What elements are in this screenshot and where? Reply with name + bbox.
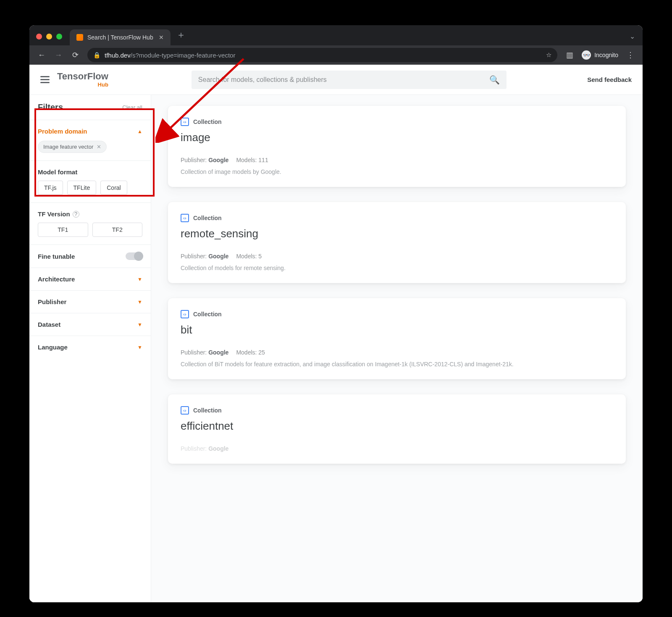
search-box[interactable]: 🔍 (192, 71, 507, 89)
filter-label: Publisher (38, 298, 66, 305)
card-publisher: Google (208, 445, 228, 452)
chevron-down-icon: ▼ (137, 276, 142, 282)
collection-icon: ‹› (181, 118, 189, 126)
collection-icon: ‹› (181, 214, 189, 222)
card-description: Collection of image models by Google. (181, 168, 613, 175)
card-title: image (181, 131, 613, 144)
incognito-indicator: 👓 Incognito (579, 50, 621, 60)
card-publisher: Google (208, 349, 228, 356)
chevron-down-icon: ▼ (137, 299, 142, 305)
tab-title: Search | TensorFlow Hub (87, 34, 153, 41)
url-path: /s?module-type=image-feature-vector (131, 52, 236, 59)
result-card[interactable]: ‹› Collection image Publisher: Google Mo… (168, 106, 626, 187)
filter-fine-tunable: Fine tunable (29, 245, 151, 268)
result-card[interactable]: ‹› Collection remote_sensing Publisher: … (168, 202, 626, 283)
filter-label: Language (38, 344, 68, 351)
filter-publisher[interactable]: Publisher ▼ (29, 291, 151, 313)
card-model-count: 111 (258, 157, 268, 163)
page-body: Filters Clear all Problem domain ▲ Image… (29, 95, 643, 602)
card-publisher: Google (208, 253, 228, 260)
filter-label: Dataset (38, 321, 60, 328)
collection-icon: ‹› (181, 310, 189, 318)
page-header: TensorFlow Hub 🔍 Send feedback (29, 65, 643, 95)
card-tag: Collection (193, 311, 222, 318)
search-icon[interactable]: 🔍 (489, 75, 500, 85)
filter-label: Problem domain (38, 128, 87, 135)
chip-remove-icon[interactable]: ✕ (97, 144, 101, 150)
chevron-down-icon: ▼ (137, 322, 142, 328)
chevron-up-icon: ▲ (137, 129, 142, 134)
tf1-button[interactable]: TF1 (38, 223, 88, 237)
chip-label: Image feature vector (43, 144, 93, 150)
filter-problem-domain[interactable]: Problem domain ▲ Image feature vector ✕ (29, 120, 151, 161)
lock-icon: 🔒 (93, 52, 100, 58)
logo[interactable]: TensorFlow Hub (57, 72, 108, 87)
card-title: efficientnet (181, 420, 613, 433)
filter-label: Fine tunable (38, 253, 75, 260)
filter-label: TF Version (38, 210, 70, 218)
card-publisher: Google (208, 157, 228, 163)
tab-favicon-icon (76, 34, 83, 41)
help-icon[interactable]: ? (73, 211, 79, 218)
tabs-menu-icon[interactable]: ⌄ (625, 32, 639, 45)
new-tab-button[interactable]: ＋ (171, 29, 192, 45)
filter-architecture[interactable]: Architecture ▼ (29, 268, 151, 291)
browser-toolbar: ← → ⟳ 🔒 tfhub.dev/s?module-type=image-fe… (29, 45, 643, 65)
card-tag: Collection (193, 118, 222, 125)
incognito-label: Incognito (594, 52, 618, 58)
format-tfjs-button[interactable]: TF.js (38, 181, 63, 195)
filters-title: Filters (38, 102, 63, 112)
window-zoom-icon[interactable] (56, 34, 62, 39)
result-card[interactable]: ‹› Collection bit Publisher: Google Mode… (168, 298, 626, 379)
results-list: ‹› Collection image Publisher: Google Mo… (151, 95, 643, 602)
bookmark-icon[interactable]: ☆ (546, 51, 551, 59)
tab-close-icon[interactable]: ✕ (159, 34, 164, 41)
page: TensorFlow Hub 🔍 Send feedback Filters C… (29, 65, 643, 602)
card-model-count: 25 (258, 349, 265, 356)
filter-dataset[interactable]: Dataset ▼ (29, 313, 151, 336)
chevron-down-icon: ▼ (137, 344, 142, 350)
url-domain: tfhub.dev (105, 52, 131, 59)
filter-label: Architecture (38, 276, 75, 283)
tf2-button[interactable]: TF2 (92, 223, 143, 237)
hamburger-menu-button[interactable] (40, 76, 50, 83)
search-input[interactable] (198, 76, 489, 84)
address-bar[interactable]: 🔒 tfhub.dev/s?module-type=image-feature-… (87, 48, 557, 62)
send-feedback-link[interactable]: Send feedback (587, 76, 632, 83)
collection-icon: ‹› (181, 406, 189, 415)
filter-tf-version: TF Version ? TF1 TF2 (29, 203, 151, 245)
filter-chip-image-feature-vector[interactable]: Image feature vector ✕ (38, 141, 107, 153)
format-tflite-button[interactable]: TFLite (67, 181, 97, 195)
filter-label: Model format (38, 168, 142, 176)
browser-menu-icon[interactable]: ⋮ (623, 48, 638, 62)
window-minimize-icon[interactable] (46, 34, 52, 39)
nav-reload-button[interactable]: ⟳ (68, 48, 82, 62)
filters-sidebar: Filters Clear all Problem domain ▲ Image… (29, 95, 151, 602)
filter-language[interactable]: Language ▼ (29, 336, 151, 358)
card-description: Collection of BiT models for feature ext… (181, 361, 613, 368)
nav-forward-button[interactable]: → (51, 48, 66, 62)
browser-window: Search | TensorFlow Hub ✕ ＋ ⌄ ← → ⟳ 🔒 tf… (29, 25, 643, 602)
card-tag: Collection (193, 215, 222, 221)
browser-tab[interactable]: Search | TensorFlow Hub ✕ (70, 29, 171, 45)
card-tag: Collection (193, 407, 222, 414)
clear-all-button[interactable]: Clear all (122, 104, 142, 110)
nav-back-button[interactable]: ← (34, 48, 49, 62)
window-controls (36, 34, 62, 39)
card-model-count: 5 (258, 253, 262, 260)
window-close-icon[interactable] (36, 34, 42, 39)
fine-tunable-toggle[interactable] (126, 252, 142, 260)
filter-model-format: Model format TF.js TFLite Coral (29, 161, 151, 203)
format-coral-button[interactable]: Coral (100, 181, 127, 195)
card-description: Collection of models for remote sensing. (181, 265, 613, 271)
card-title: remote_sensing (181, 227, 613, 240)
logo-sub: Hub (98, 82, 108, 87)
result-card[interactable]: ‹› Collection efficientnet Publisher: Go… (168, 394, 626, 464)
logo-main: TensorFlow (57, 72, 108, 81)
incognito-icon: 👓 (582, 50, 591, 60)
card-title: bit (181, 323, 613, 336)
extensions-icon[interactable]: ▥ (562, 48, 577, 62)
browser-tabbar: Search | TensorFlow Hub ✕ ＋ ⌄ (29, 25, 643, 45)
